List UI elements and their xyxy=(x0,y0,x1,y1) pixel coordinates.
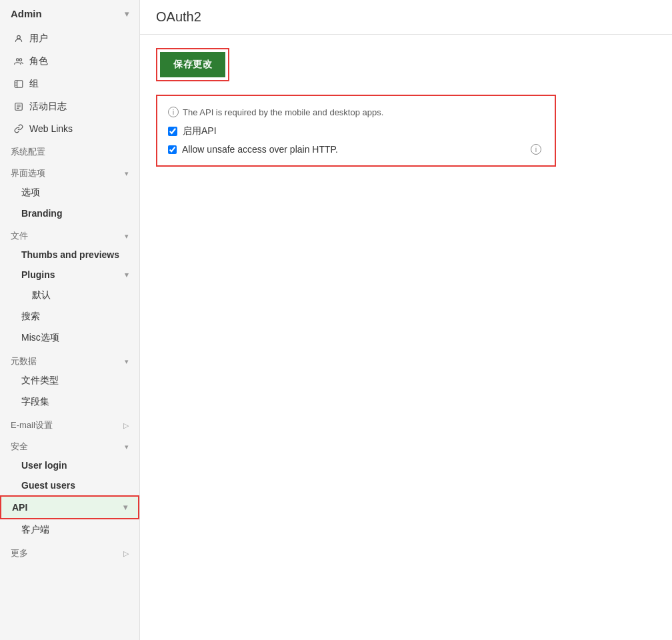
sidebar-subitem-file-types[interactable]: 文件类型 xyxy=(0,370,139,391)
sidebar-item-activity-log[interactable]: 活动日志 xyxy=(0,95,139,118)
options-label: 选项 xyxy=(21,187,40,197)
system-config-label: 系统配置 xyxy=(11,146,45,158)
section-email[interactable]: E-mail设置 ▷ xyxy=(0,413,139,434)
allow-unsafe-left: Allow unsafe access over plain HTTP. xyxy=(168,144,338,155)
metadata-label: 元数据 xyxy=(11,355,37,367)
sidebar-subitem-guest-users[interactable]: Guest users xyxy=(0,475,139,495)
api-chevron: ▾ xyxy=(123,503,127,512)
misc-label: Misc选项 xyxy=(21,332,59,343)
save-button[interactable]: 保存更改 xyxy=(160,52,225,77)
sidebar: Admin ▾ 用户 角色 组 活动日志 Web Links 系统配置 xyxy=(0,0,140,640)
thumbs-label: Thumbs and previews xyxy=(21,249,119,260)
allow-unsafe-row: Allow unsafe access over plain HTTP. i xyxy=(168,144,544,155)
svg-point-0 xyxy=(17,35,21,39)
sidebar-activity-log-label: 活动日志 xyxy=(29,101,67,113)
api-label: API xyxy=(12,502,27,513)
ui-options-label: 界面选项 xyxy=(11,167,45,179)
user-icon xyxy=(13,33,24,44)
branding-label: Branding xyxy=(21,208,62,219)
sidebar-subitem-branding[interactable]: Branding xyxy=(0,203,139,223)
allow-unsafe-label[interactable]: Allow unsafe access over plain HTTP. xyxy=(182,144,338,155)
save-button-box: 保存更改 xyxy=(156,48,229,81)
sidebar-admin-chevron: ▾ xyxy=(125,9,129,19)
page-title: OAuth2 xyxy=(140,0,672,35)
sidebar-web-links-label: Web Links xyxy=(29,123,73,134)
files-label: 文件 xyxy=(11,230,28,242)
sidebar-subitem-search[interactable]: 搜索 xyxy=(0,306,139,327)
enable-api-label[interactable]: 启用API xyxy=(183,125,217,137)
plugins-chevron: ▾ xyxy=(125,271,129,279)
web-links-icon xyxy=(13,123,24,134)
section-metadata[interactable]: 元数据 ▾ xyxy=(0,349,139,370)
main-body: 保存更改 i The API is required by the mobile… xyxy=(140,35,672,180)
info-icon: i xyxy=(168,107,179,117)
files-chevron: ▾ xyxy=(125,232,129,241)
main-content-area: OAuth2 保存更改 i The API is required by the… xyxy=(140,0,672,640)
more-label: 更多 xyxy=(11,547,28,559)
sidebar-admin-label: Admin xyxy=(11,8,42,19)
sidebar-roles-label: 角色 xyxy=(29,55,48,67)
guest-users-label: Guest users xyxy=(21,480,75,491)
sidebar-subitem-options[interactable]: 选项 xyxy=(0,182,139,203)
search-label: 搜索 xyxy=(21,311,40,321)
section-ui-options[interactable]: 界面选项 ▾ xyxy=(0,161,139,182)
file-types-label: 文件类型 xyxy=(21,375,59,385)
api-info-line: i The API is required by the mobile and … xyxy=(168,107,544,117)
enable-api-checkbox[interactable] xyxy=(168,127,177,136)
more-chevron: ▷ xyxy=(123,549,129,558)
allow-unsafe-info-icon: i xyxy=(531,144,541,155)
activity-log-icon xyxy=(13,101,24,112)
plugins-label: Plugins xyxy=(21,269,55,280)
sidebar-subitem-thumbs[interactable]: Thumbs and previews xyxy=(0,245,139,265)
sidebar-subitem-user-login[interactable]: User login xyxy=(0,455,139,475)
ui-options-chevron: ▾ xyxy=(125,169,129,178)
sidebar-subitem-default[interactable]: 默认 xyxy=(0,285,139,306)
client-label: 客户端 xyxy=(21,524,49,535)
sidebar-admin-header[interactable]: Admin ▾ xyxy=(0,0,139,27)
api-info-text: The API is required by the mobile and de… xyxy=(183,107,383,117)
user-login-label: User login xyxy=(21,460,67,471)
groups-icon xyxy=(13,79,24,89)
section-more[interactable]: 更多 ▷ xyxy=(0,541,139,562)
sidebar-subitem-client[interactable]: 客户端 xyxy=(0,519,139,541)
section-files[interactable]: 文件 ▾ xyxy=(0,223,139,245)
security-chevron: ▾ xyxy=(125,443,129,451)
sidebar-subitem-misc[interactable]: Misc选项 xyxy=(0,327,139,349)
roles-icon xyxy=(13,56,24,67)
enable-api-row: 启用API xyxy=(168,125,544,137)
email-chevron: ▷ xyxy=(123,421,129,430)
sidebar-users-label: 用户 xyxy=(29,33,48,45)
sidebar-subitem-field-sets[interactable]: 字段集 xyxy=(0,391,139,413)
sidebar-item-groups[interactable]: 组 xyxy=(0,73,139,95)
sidebar-item-users[interactable]: 用户 xyxy=(0,27,139,50)
svg-point-2 xyxy=(19,59,22,61)
email-label: E-mail设置 xyxy=(11,419,53,431)
section-security[interactable]: 安全 ▾ xyxy=(0,434,139,455)
security-label: 安全 xyxy=(11,441,28,453)
section-system-config: 系统配置 xyxy=(0,139,139,161)
svg-rect-3 xyxy=(15,81,23,88)
default-label: 默认 xyxy=(32,289,51,300)
svg-point-1 xyxy=(17,59,19,61)
sidebar-groups-label: 组 xyxy=(29,78,39,90)
sidebar-item-api[interactable]: API ▾ xyxy=(0,495,139,519)
sidebar-item-web-links[interactable]: Web Links xyxy=(0,118,139,139)
field-sets-label: 字段集 xyxy=(21,396,49,407)
metadata-chevron: ▾ xyxy=(125,357,129,366)
sidebar-subitem-plugins[interactable]: Plugins ▾ xyxy=(0,265,139,285)
sidebar-item-roles[interactable]: 角色 xyxy=(0,50,139,73)
api-config-box: i The API is required by the mobile and … xyxy=(156,95,556,167)
allow-unsafe-checkbox[interactable] xyxy=(168,145,177,154)
